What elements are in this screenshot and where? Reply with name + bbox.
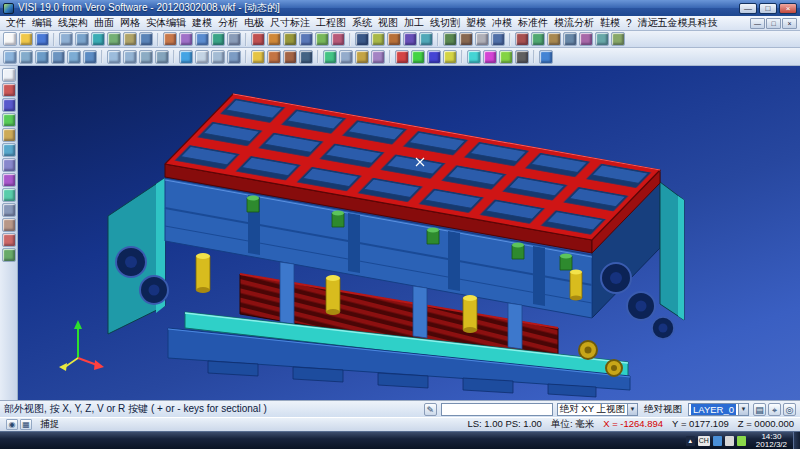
iso-view-icon[interactable] (155, 50, 169, 64)
boolean-union-icon[interactable] (251, 32, 265, 46)
zoom-window-icon[interactable] (35, 50, 49, 64)
menu-item[interactable]: 文件 (3, 16, 29, 30)
menu-item[interactable]: 曲面 (91, 16, 117, 30)
maximize-button[interactable]: □ (759, 3, 777, 14)
separator-5[interactable] (437, 33, 439, 46)
dimension-tool-icon[interactable] (2, 218, 16, 232)
view-selector[interactable]: 绝对 XY 上视图 ▼ (557, 403, 638, 416)
separator-1[interactable] (101, 50, 103, 63)
axis-tool-icon[interactable] (443, 50, 457, 64)
thicken-tool-icon[interactable] (595, 32, 609, 46)
separator-2[interactable] (157, 33, 159, 46)
solid-tool-icon[interactable] (2, 203, 16, 217)
language-indicator[interactable]: CH (698, 436, 710, 446)
rib-feature-icon[interactable] (387, 32, 401, 46)
menu-item[interactable]: 系统 (349, 16, 375, 30)
calculator-tool-icon[interactable] (515, 50, 529, 64)
menu-item[interactable]: 清远五金模具科技 (635, 16, 721, 30)
menu-item[interactable]: 标准件 (515, 16, 551, 30)
hole-feature-icon[interactable] (355, 32, 369, 46)
side-view-icon[interactable] (139, 50, 153, 64)
viewport-canvas[interactable] (18, 66, 800, 400)
menu-item[interactable]: 冲模 (489, 16, 515, 30)
mirror-feature-icon[interactable] (419, 32, 433, 46)
point-tool-icon[interactable] (2, 83, 16, 97)
polyline-tool-icon[interactable] (2, 113, 16, 127)
menu-item[interactable]: 线架构 (55, 16, 91, 30)
mold-assembly[interactable] (108, 94, 684, 397)
volume-icon[interactable] (725, 436, 734, 446)
rotate-view-icon[interactable] (83, 50, 97, 64)
menu-item[interactable]: 工程图 (313, 16, 349, 30)
selection-filter-icon[interactable] (371, 50, 385, 64)
pipe-icon[interactable] (227, 32, 241, 46)
menu-item[interactable]: ? (623, 18, 635, 29)
spline-tool-icon[interactable] (2, 173, 16, 187)
rectangle-tool-icon[interactable] (2, 158, 16, 172)
viewport[interactable] (18, 66, 800, 400)
block-icon[interactable] (139, 32, 153, 46)
arc-tool-icon[interactable] (2, 128, 16, 142)
cube-icon[interactable] (59, 32, 73, 46)
layer-tool-icon[interactable] (2, 248, 16, 262)
ucs-tool-icon[interactable] (411, 50, 425, 64)
network-icon[interactable] (737, 436, 746, 446)
zoom-out-icon[interactable] (19, 50, 33, 64)
new-file-icon[interactable] (3, 32, 17, 46)
scale-tool-icon[interactable] (475, 32, 489, 46)
separator-4[interactable] (317, 50, 319, 63)
pan-icon[interactable] (67, 50, 81, 64)
pattern-feature-icon[interactable] (403, 32, 417, 46)
mdi-close-button[interactable]: × (782, 18, 797, 29)
sweep-icon[interactable] (195, 32, 209, 46)
split-tool-icon[interactable] (563, 32, 577, 46)
loft-icon[interactable] (211, 32, 225, 46)
menu-item[interactable]: 尺寸标注 (267, 16, 313, 30)
snap-toggle[interactable]: 捕捉 (40, 418, 59, 431)
antivirus-icon[interactable] (713, 436, 722, 446)
menu-item[interactable]: 线切割 (427, 16, 463, 30)
pocket-feature-icon[interactable] (371, 32, 385, 46)
layer-manager-icon[interactable] (323, 50, 337, 64)
sphere-icon[interactable] (91, 32, 105, 46)
separator-5[interactable] (389, 50, 391, 63)
boolean-subtract-icon[interactable] (267, 32, 281, 46)
save-file-icon[interactable] (35, 32, 49, 46)
wcs-icon[interactable]: ⌖ (768, 403, 781, 416)
attributes-tool-icon[interactable] (467, 50, 481, 64)
front-view-icon[interactable] (107, 50, 121, 64)
light-settings-icon[interactable] (251, 50, 265, 64)
fillet-icon[interactable] (299, 32, 313, 46)
menu-item[interactable]: 电极 (241, 16, 267, 30)
extrude-icon[interactable] (163, 32, 177, 46)
trim-tool-icon[interactable] (547, 32, 561, 46)
top-view-icon[interactable] (123, 50, 137, 64)
background-settings-icon[interactable] (299, 50, 313, 64)
menu-item[interactable]: 编辑 (29, 16, 55, 30)
cone-icon[interactable] (107, 32, 121, 46)
mdi-restore-button[interactable]: □ (766, 18, 781, 29)
layer-selector[interactable]: LAYER_0 ▼ (688, 403, 749, 416)
mdi-minimize-button[interactable]: — (750, 18, 765, 29)
hidden-line-mode-icon[interactable] (211, 50, 225, 64)
surface-tool-icon[interactable] (2, 188, 16, 202)
open-folder-icon[interactable] (19, 32, 33, 46)
line-tool-icon[interactable] (2, 98, 16, 112)
shell-icon[interactable] (331, 32, 345, 46)
measure-tool-icon[interactable] (515, 32, 529, 46)
shaded-mode-icon[interactable] (179, 50, 193, 64)
clock[interactable]: 14:30 2012/3/2 (750, 433, 793, 449)
close-button[interactable]: × (779, 3, 797, 14)
circle-tool-icon[interactable] (2, 143, 16, 157)
chamfer-icon[interactable] (315, 32, 329, 46)
menu-item[interactable]: 视图 (375, 16, 401, 30)
zoom-in-icon[interactable] (3, 50, 17, 64)
offset-tool-icon[interactable] (579, 32, 593, 46)
texture-settings-icon[interactable] (283, 50, 297, 64)
command-input[interactable] (441, 403, 553, 416)
snap-toggle-icon[interactable] (355, 50, 369, 64)
chevron-down-icon[interactable]: ▼ (738, 404, 748, 415)
cylinder-icon[interactable] (75, 32, 89, 46)
wcs-tool-icon[interactable] (395, 50, 409, 64)
help-tool-icon[interactable] (539, 50, 553, 64)
